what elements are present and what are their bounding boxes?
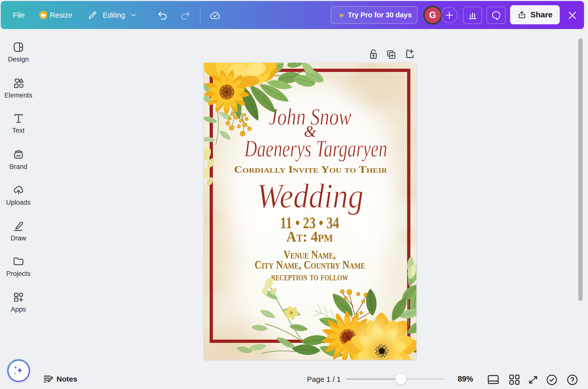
- svg-text:City Name, Country Name: City Name, Country Name: [255, 258, 365, 271]
- svg-text:At: 4pm: At: 4pm: [286, 228, 333, 245]
- svg-text:Daenerys Targaryen: Daenerys Targaryen: [244, 135, 387, 162]
- svg-text:co: co: [16, 154, 20, 158]
- svg-text:Wedding: Wedding: [257, 177, 363, 215]
- svg-text:reception to follow: reception to follow: [271, 270, 348, 283]
- svg-text:Cordially Invite You to Their: Cordially Invite You to Their: [234, 164, 388, 175]
